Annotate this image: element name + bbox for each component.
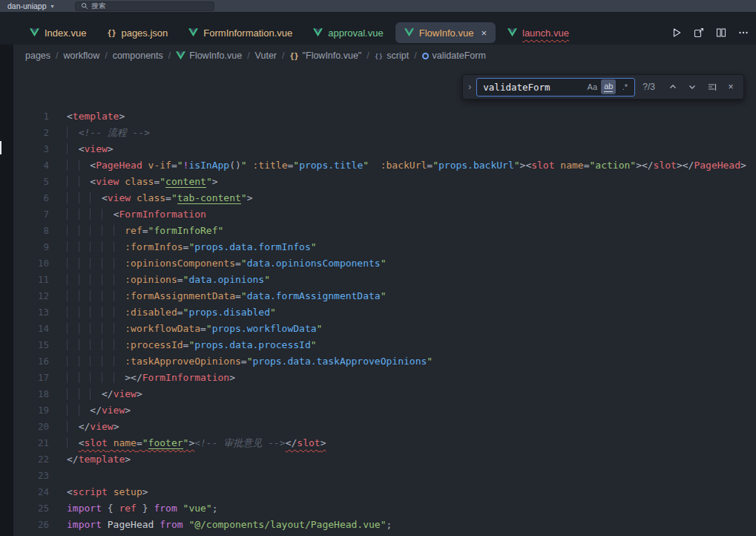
line-number[interactable]: 13	[13, 304, 49, 321]
line-number[interactable]: 14	[13, 321, 49, 337]
find-close-button[interactable]: ×	[723, 79, 739, 95]
breadcrumb-separator: /	[414, 50, 416, 61]
code-line-19[interactable]: 19 </view>	[13, 402, 756, 419]
line-number[interactable]: 5	[13, 174, 49, 190]
breadcrumb-item-validateform[interactable]: validateForm	[422, 50, 486, 61]
titlebar: dan-uniapp ▾ 搜索	[0, 0, 756, 12]
code-line-18[interactable]: 18 </view>	[13, 386, 756, 402]
find-next-button[interactable]	[684, 79, 700, 95]
find-input[interactable]: validateForm Aa ab .*	[476, 78, 635, 97]
code-line-11[interactable]: 11 :opinions="data.opinions"	[13, 272, 756, 288]
tab-flowinfo-vue[interactable]: FlowInfo.vue×	[395, 22, 496, 43]
line-number[interactable]: 3	[13, 141, 49, 157]
line-number[interactable]: 18	[13, 386, 49, 402]
find-in-selection-button[interactable]	[703, 79, 720, 95]
line-number[interactable]: 1	[13, 108, 49, 125]
code-line-1[interactable]: 1<template>	[13, 108, 756, 125]
project-name: dan-uniapp	[7, 1, 47, 10]
code-line-9[interactable]: 9 :formInfos="props.data.formInfos"	[13, 239, 756, 255]
breadcrumb-separator: /	[168, 50, 171, 61]
line-number[interactable]: 10	[13, 255, 49, 272]
line-number[interactable]: 24	[13, 484, 49, 500]
line-number[interactable]: 17	[13, 370, 49, 386]
tab-index-vue[interactable]: Index.vue	[21, 22, 95, 43]
tab-launch-vue[interactable]: launch.vue	[499, 22, 578, 43]
code-line-20[interactable]: 20 </view>	[13, 419, 756, 435]
breadcrumb-label: components	[113, 50, 163, 61]
match-case-button[interactable]: Aa	[585, 79, 599, 94]
toggle-replace-button[interactable]: ›	[463, 75, 476, 99]
breadcrumb-label: validateForm	[433, 50, 486, 61]
open-preview-button[interactable]	[694, 27, 704, 38]
line-number[interactable]: 21	[13, 435, 49, 451]
project-menu[interactable]: dan-uniapp ▾	[7, 1, 54, 10]
breadcrumb-item-script[interactable]: {}script	[375, 50, 409, 61]
code-line-22[interactable]: 22</template>	[13, 451, 756, 468]
search-icon	[81, 2, 88, 10]
line-number[interactable]: 4	[13, 157, 49, 174]
code-line-17[interactable]: 17 ></FormInformation>	[13, 370, 756, 386]
line-number[interactable]: 23	[13, 468, 49, 484]
code-line-8[interactable]: 8 ref="formInfoRef"	[13, 223, 756, 239]
code-line-16[interactable]: 16 :taskApproveOpinions="props.data.task…	[13, 353, 756, 370]
code-line-3[interactable]: 3 <view>	[13, 141, 756, 157]
regex-button[interactable]: .*	[617, 79, 632, 94]
tab-forminformation-vue[interactable]: FormInformation.vue	[180, 22, 301, 43]
breadcrumb-item-pages[interactable]: pages	[25, 50, 50, 61]
vue-icon	[176, 51, 185, 60]
line-number[interactable]: 25	[13, 500, 49, 517]
line-number[interactable]: 19	[13, 402, 49, 419]
symbol-script-icon: {}	[375, 52, 383, 60]
code-line-21[interactable]: 21 <slot name="footer"><!-- 审批意见 --></sl…	[13, 435, 756, 451]
line-number[interactable]: 8	[13, 223, 49, 239]
global-search-box[interactable]: 搜索	[75, 1, 214, 11]
code-editor[interactable]: › validateForm Aa ab .* ?/3	[13, 67, 756, 536]
line-number[interactable]: 7	[13, 206, 49, 223]
line-number[interactable]: 6	[13, 190, 49, 206]
line-number[interactable]: 12	[13, 288, 49, 304]
line-number[interactable]: 26	[13, 517, 49, 533]
code-line-6[interactable]: 6 <view class="tab-content">	[13, 190, 756, 206]
breadcrumb-separator: /	[367, 50, 369, 61]
split-editor-button[interactable]	[716, 27, 726, 38]
code-line-2[interactable]: 2 <!-- 流程 -->	[13, 125, 756, 141]
code-line-4[interactable]: 4 <PageHead v-if="!isInApp()" :title="pr…	[13, 157, 756, 174]
breadcrumb-item-components[interactable]: components	[113, 50, 163, 61]
vue-icon	[188, 28, 198, 37]
code-line-5[interactable]: 5 <view class="content">	[13, 174, 756, 190]
code-line-26[interactable]: 26import PageHead from "@/components/lay…	[13, 517, 756, 533]
code-line-10[interactable]: 10 :opinionsComponents="data.opinionsCom…	[13, 255, 756, 272]
line-number[interactable]: 9	[13, 239, 49, 255]
line-number[interactable]: 22	[13, 451, 49, 468]
line-number[interactable]: 11	[13, 272, 49, 288]
find-previous-button[interactable]	[665, 79, 681, 95]
line-number[interactable]: 20	[13, 419, 49, 435]
code-line-23[interactable]: 23	[13, 468, 756, 484]
breadcrumb-item--flowinfo-vue-[interactable]: {}"FlowInfo.vue"	[290, 50, 362, 61]
breadcrumb-item-flowinfo-vue[interactable]: FlowInfo.vue	[176, 50, 242, 61]
line-number[interactable]: 16	[13, 353, 49, 370]
line-number[interactable]: 15	[13, 337, 49, 353]
tab-close-icon[interactable]: ×	[481, 27, 487, 39]
breadcrumb-label: script	[387, 50, 409, 61]
code-line-24[interactable]: 24<script setup>	[13, 484, 756, 500]
tab-pages-json[interactable]: {}pages.json	[98, 22, 177, 43]
line-number[interactable]: 2	[13, 125, 49, 141]
code-line-13[interactable]: 13 :disabled="props.disabled"	[13, 304, 756, 321]
breadcrumb-item-vuter[interactable]: Vuter	[255, 50, 277, 61]
breadcrumb-label: pages	[25, 50, 50, 61]
active-indicator	[0, 141, 1, 154]
code-line-12[interactable]: 12 :formAssignmentData="data.formAssignm…	[13, 288, 756, 304]
tab-approval-vue[interactable]: approval.vue	[304, 22, 392, 43]
more-actions-button[interactable]	[738, 27, 749, 38]
code-line-14[interactable]: 14 :workflowData="props.workflowData"	[13, 321, 756, 337]
code-lines: 1<template>2 <!-- 流程 -->3 <view>4 <PageH…	[13, 108, 756, 533]
run-button[interactable]	[671, 27, 682, 38]
whole-word-button[interactable]: ab	[601, 79, 616, 94]
code-line-25[interactable]: 25import { ref } from "vue";	[13, 500, 756, 517]
symbol-method-icon	[422, 53, 429, 59]
code-line-7[interactable]: 7 <FormInformation	[13, 206, 756, 223]
tab-label: pages.json	[121, 27, 168, 39]
breadcrumb-item-workflow[interactable]: workflow	[64, 50, 100, 61]
code-line-15[interactable]: 15 :processId="props.data.processId"	[13, 337, 756, 353]
